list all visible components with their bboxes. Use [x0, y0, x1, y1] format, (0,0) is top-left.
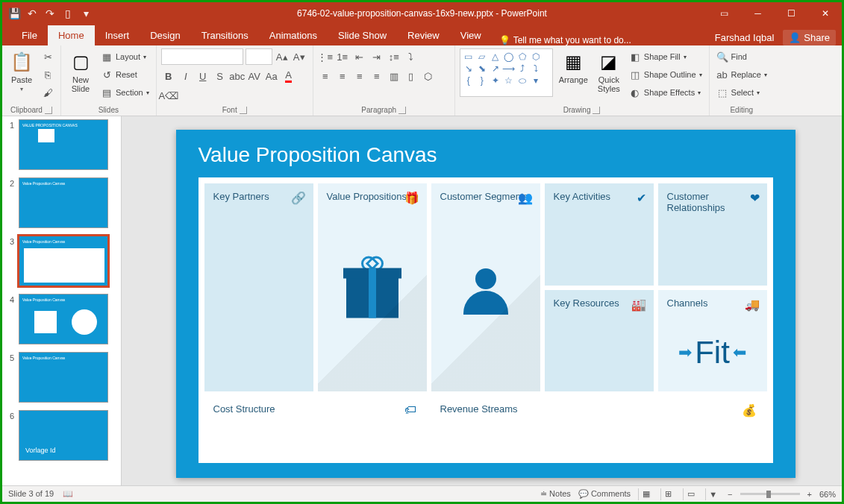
ribbon-options-icon[interactable]: ▭	[707, 2, 741, 25]
columns-button[interactable]: ▥	[387, 69, 401, 84]
cell-channels[interactable]: Channels 🚚 ➡ Fit ⬅	[658, 290, 767, 392]
align-text-button[interactable]: ▯	[404, 69, 419, 84]
thumb-number: 6	[5, 410, 14, 461]
slide-sorter-view-button[interactable]: ⊞	[660, 488, 675, 500]
share-button[interactable]: 👤 Share	[783, 30, 836, 45]
spell-check-icon[interactable]: 📖	[63, 489, 73, 499]
bold-button[interactable]: B	[161, 69, 176, 84]
cell-customer-segments[interactable]: Customer Segments 👥	[431, 183, 540, 391]
slide-title[interactable]: Value Proposition Canvas	[199, 143, 773, 167]
tab-file[interactable]: File	[11, 25, 48, 45]
drawing-dialog-launcher[interactable]	[593, 107, 600, 114]
character-spacing-button[interactable]: AV	[247, 69, 262, 84]
slide-thumbnail-5[interactable]: Value Proposition Canvas	[19, 352, 108, 403]
tab-design[interactable]: Design	[140, 25, 190, 45]
shape-fill-button[interactable]: ◧Shape Fill▾	[627, 48, 704, 65]
comments-button[interactable]: 💬 Comments	[578, 489, 631, 499]
reading-view-button[interactable]: ▭	[683, 488, 698, 500]
bullets-button[interactable]: ⋮≡	[318, 49, 333, 64]
tab-review[interactable]: Review	[397, 25, 450, 45]
shapes-gallery[interactable]: ▭▱△◯⬠⬡ ↘⬊↗⟶⤴⤵ {}✦☆⬭▾	[460, 48, 553, 97]
slide-thumbnail-3[interactable]: Value Proposition Canvas	[19, 236, 108, 286]
italic-button[interactable]: I	[178, 69, 193, 84]
shape-outline-button[interactable]: ◫Shape Outline▾	[627, 66, 704, 83]
layout-icon: ▦	[101, 51, 113, 63]
find-button[interactable]: 🔍Find	[714, 48, 769, 65]
minimize-button[interactable]: ─	[741, 2, 775, 25]
paste-button[interactable]: 📋 Paste ▾	[7, 48, 37, 94]
reset-button[interactable]: ↺Reset	[99, 66, 151, 83]
slide-canvas[interactable]: Value Proposition Canvas Key Partners 🔗 …	[176, 130, 795, 478]
cell-revenue-streams[interactable]: Revenue Streams 💰	[431, 396, 767, 457]
numbering-button[interactable]: 1≡	[335, 49, 350, 64]
tab-home[interactable]: Home	[48, 25, 95, 45]
change-case-button[interactable]: Aa	[264, 69, 279, 84]
zoom-level[interactable]: 66%	[819, 490, 836, 499]
qat-customize-icon[interactable]: ▾	[80, 7, 92, 19]
slide-thumbnail-4[interactable]: Value Proposition Canvas	[19, 294, 108, 344]
shadow-button[interactable]: abc	[230, 69, 245, 84]
notes-button[interactable]: ≐ Notes	[540, 489, 571, 499]
undo-icon[interactable]: ↶	[26, 7, 38, 19]
tell-me-search[interactable]: 💡 Tell me what you want to do...	[499, 35, 631, 45]
zoom-slider[interactable]	[740, 493, 800, 495]
clipboard-dialog-launcher[interactable]	[45, 107, 52, 114]
cell-key-activities[interactable]: Key Activities ✔	[545, 183, 654, 286]
text-direction-button[interactable]: ⤵	[404, 49, 419, 64]
user-name[interactable]: Farshad Iqbal	[715, 32, 775, 43]
cell-key-resources[interactable]: Key Resources 🏭	[545, 290, 654, 392]
increase-indent-button[interactable]: ⇥	[369, 49, 384, 64]
slide-indicator[interactable]: Slide 3 of 19	[8, 489, 54, 499]
tab-view[interactable]: View	[450, 25, 492, 45]
cut-button[interactable]: ✂	[40, 48, 56, 65]
cell-key-partners[interactable]: Key Partners 🔗	[204, 183, 313, 391]
slide-thumbnail-1[interactable]: VALUE PROPOSITION CANVAS	[19, 119, 108, 170]
start-from-beginning-icon[interactable]: ▯	[62, 7, 74, 19]
slide-thumbnail-2[interactable]: Value Proposition Canvas	[19, 177, 108, 228]
tab-transitions[interactable]: Transitions	[191, 25, 259, 45]
font-dialog-launcher[interactable]	[240, 107, 247, 114]
save-icon[interactable]: 💾	[8, 7, 20, 19]
layout-button[interactable]: ▦Layout▾	[99, 48, 151, 65]
tab-slideshow[interactable]: Slide Show	[328, 25, 397, 45]
new-slide-button[interactable]: ▢ New Slide	[66, 48, 96, 95]
slide-editor[interactable]: Value Proposition Canvas Key Partners 🔗 …	[122, 116, 842, 485]
strikethrough-button[interactable]: S	[213, 69, 228, 84]
quick-styles-button[interactable]: ◪ Quick Styles	[594, 48, 624, 95]
font-size-select[interactable]	[246, 48, 272, 65]
line-spacing-button[interactable]: ↕≡	[387, 49, 401, 64]
tab-insert[interactable]: Insert	[95, 25, 140, 45]
clear-formatting-button[interactable]: A⌫	[161, 88, 176, 103]
font-family-select[interactable]	[161, 48, 243, 65]
cell-customer-relationships[interactable]: Customer Relationships ❤	[658, 183, 767, 286]
section-button[interactable]: ▤Section▾	[99, 84, 151, 101]
decrease-indent-button[interactable]: ⇤	[352, 49, 367, 64]
increase-font-icon[interactable]: A▴	[275, 49, 290, 64]
cell-cost-structure[interactable]: Cost Structure 🏷	[204, 396, 427, 457]
align-right-button[interactable]: ≡	[352, 69, 367, 84]
arrange-button[interactable]: ▦ Arrange	[556, 48, 591, 86]
zoom-in-button[interactable]: +	[807, 490, 812, 499]
slideshow-view-button[interactable]: ▼	[705, 488, 720, 500]
smartart-button[interactable]: ⬡	[421, 69, 436, 84]
select-button[interactable]: ⬚Select▾	[714, 84, 769, 101]
zoom-out-button[interactable]: −	[728, 490, 732, 499]
copy-button[interactable]: ⎘	[40, 66, 56, 83]
close-button[interactable]: ✕	[808, 2, 842, 25]
underline-button[interactable]: U	[196, 69, 210, 84]
align-center-button[interactable]: ≡	[335, 69, 350, 84]
decrease-font-icon[interactable]: A▾	[292, 49, 307, 64]
align-left-button[interactable]: ≡	[318, 69, 333, 84]
paragraph-dialog-launcher[interactable]	[398, 107, 406, 114]
slide-thumbnail-6[interactable]: Vorlage Id	[19, 410, 108, 461]
font-color-button[interactable]: A	[281, 69, 296, 84]
replace-button[interactable]: abReplace▾	[714, 66, 769, 83]
shape-effects-button[interactable]: ◐Shape Effects▾	[627, 84, 704, 101]
tab-animations[interactable]: Animations	[259, 25, 328, 45]
maximize-button[interactable]: ☐	[775, 2, 808, 25]
justify-button[interactable]: ≡	[369, 69, 384, 84]
cell-value-propositions[interactable]: Value Propositions 🎁	[318, 183, 427, 391]
redo-icon[interactable]: ↷	[44, 7, 56, 19]
format-painter-button[interactable]: 🖌	[40, 84, 56, 101]
normal-view-button[interactable]: ▦	[638, 488, 653, 500]
